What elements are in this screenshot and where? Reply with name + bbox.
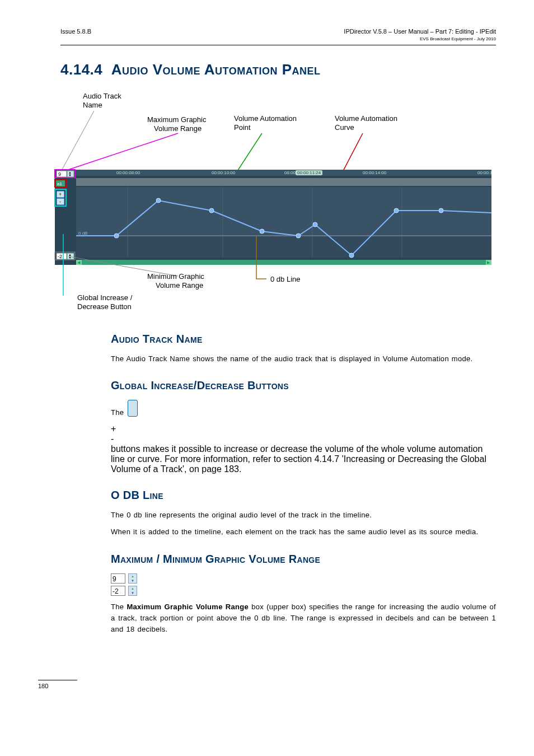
para-global-inc-dec: The (111, 400, 496, 418)
svg-text:Volume Automation: Volume Automation (234, 114, 297, 123)
svg-text:Audio Track: Audio Track (83, 92, 121, 100)
heading-4-14-4: 4.14.4 Audio Volume Automation Panel (60, 61, 496, 78)
svg-point-53 (260, 229, 264, 234)
body-content: Audio Track Name The Audio Track Name sh… (111, 333, 496, 635)
svg-text:00:00:08:00: 00:00:08:00 (116, 170, 140, 175)
svg-text:Global Increase /: Global Increase / (77, 293, 133, 302)
header-rule (60, 45, 496, 45)
svg-text:Minimum Graphic: Minimum Graphic (147, 272, 204, 281)
heading-0db-line: O DB Line (111, 489, 496, 502)
page-header: Issue 5.8.B IPDirector V.5.8 – User Manu… (60, 28, 496, 35)
svg-text:Decrease Button: Decrease Button (77, 302, 132, 311)
header-left: Issue 5.8.B (60, 28, 91, 35)
svg-point-54 (296, 234, 301, 238)
svg-point-57 (394, 208, 399, 213)
svg-text:Curve: Curve (335, 123, 354, 132)
min-range-spinner[interactable]: -2 ▲▼ (111, 586, 496, 596)
svg-text:00:00:10:00: 00:00:10:00 (212, 170, 236, 175)
svg-rect-59 (76, 260, 491, 265)
svg-text:Maximum Graphic: Maximum Graphic (147, 115, 207, 124)
footer-rule (38, 680, 77, 680)
page-footer: 180 (38, 680, 496, 689)
min-range-input[interactable]: -2 (111, 586, 125, 596)
svg-text:00:00:14:00: 00:00:14:00 (363, 170, 387, 175)
svg-point-56 (349, 253, 354, 258)
svg-point-55 (313, 222, 317, 227)
svg-point-52 (209, 208, 214, 213)
svg-rect-42 (76, 187, 491, 236)
audio-volume-automation-diagram: .lbl { font: 13px Arial; fill:#000; } .t… (38, 88, 497, 318)
spinner-arrows-icon[interactable]: ▲▼ (128, 573, 137, 584)
svg-text:-: - (59, 199, 61, 204)
svg-text:00:00:1: 00:00:1 (477, 170, 493, 175)
header-sub: EVS Broadcast Equipment - July 2010 (60, 36, 496, 41)
svg-text:Point: Point (234, 123, 251, 132)
svg-text:0 db Line: 0 db Line (270, 275, 301, 283)
svg-text:0 dB: 0 dB (78, 231, 87, 236)
heading-audio-track-name: Audio Track Name (111, 333, 496, 346)
svg-text:Volume Range: Volume Range (154, 124, 202, 133)
svg-text:+: + (59, 192, 62, 197)
svg-point-51 (156, 198, 161, 203)
svg-text:Volume Automation: Volume Automation (335, 114, 397, 123)
inc-dec-icon (128, 400, 138, 417)
heading-global-inc-dec: Global Increase/Decrease Buttons (111, 379, 496, 392)
svg-text:08:00: 08:00 (284, 170, 296, 175)
svg-line-9 (63, 133, 178, 171)
svg-text:00:00:11:24: 00:00:11:24 (297, 170, 321, 175)
svg-text:-2: -2 (58, 254, 62, 259)
svg-rect-41 (76, 178, 491, 186)
max-range-input[interactable]: 9 (111, 573, 125, 584)
para-0db-1: The 0 db line represents the original au… (111, 510, 496, 521)
para-audio-track-name: The Audio Track Name shows the name of t… (111, 353, 496, 365)
header-right: IPDirector V.5.8 – User Manual – Part 7:… (344, 28, 496, 35)
svg-text:Name: Name (83, 101, 102, 109)
max-range-spinner[interactable]: 9 ▲▼ (111, 573, 496, 584)
svg-point-50 (114, 234, 119, 238)
svg-point-58 (439, 208, 443, 213)
svg-text:9: 9 (58, 171, 61, 177)
svg-text:Volume Range: Volume Range (156, 281, 203, 290)
svg-rect-45 (76, 236, 491, 258)
svg-text:▼: ▼ (68, 174, 72, 177)
para-0db-2: When it is added to the timeline, each e… (111, 526, 496, 538)
svg-text:a1: a1 (57, 181, 62, 186)
heading-max-min-range: Maximum / Minimum Graphic Volume Range (111, 553, 496, 566)
spinner-arrows-icon[interactable]: ▲▼ (128, 586, 137, 596)
para-max-range: The Maximum Graphic Volume Range box (up… (111, 601, 496, 635)
page-number: 180 (38, 683, 496, 689)
